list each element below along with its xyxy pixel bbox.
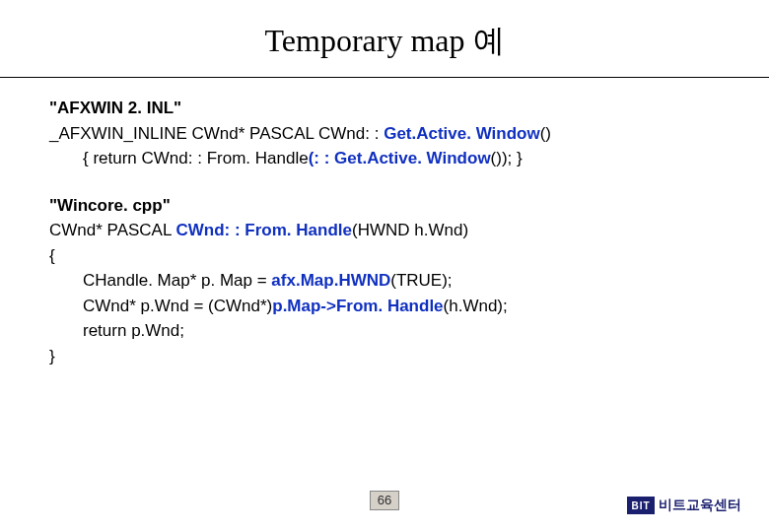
filename-2: "Wincore. cpp" <box>49 193 720 219</box>
code-text: ()); } <box>491 149 523 167</box>
code-text: (TRUE); <box>390 271 452 290</box>
slide-content: "AFXWIN 2. INL" _AFXWIN_INLINE CWnd* PAS… <box>0 78 769 368</box>
code-line-4: { <box>49 243 720 269</box>
code-highlight: CWnd: : From. Handle <box>176 221 352 239</box>
code-text: { return CWnd: : From. Handle <box>83 149 309 167</box>
code-line-8: } <box>49 344 720 369</box>
code-line-6: CWnd* p.Wnd = (CWnd*)p.Map->From. Handle… <box>49 294 720 319</box>
code-text: CWnd* p.Wnd = (CWnd*) <box>83 297 272 315</box>
code-line-5: CHandle. Map* p. Map = afx.Map.HWND(TRUE… <box>49 268 720 294</box>
code-text: (HWND h.Wnd) <box>352 221 468 239</box>
code-line-7: return p.Wnd; <box>49 318 720 344</box>
logo-text: 비트교육센터 <box>659 497 741 514</box>
code-highlight: afx.Map.HWND <box>271 271 390 290</box>
code-highlight: p.Map->From. Handle <box>272 297 443 315</box>
code-line-3: CWnd* PASCAL CWnd: : From. Handle(HWND h… <box>49 218 720 243</box>
code-highlight: Get.Active. Window <box>384 124 540 143</box>
code-text: (h.Wnd); <box>444 297 508 315</box>
filename-1: "AFXWIN 2. INL" <box>49 96 720 121</box>
code-highlight: (: : Get.Active. Window <box>309 149 491 167</box>
slide-title: Temporary map 예 <box>0 0 769 77</box>
page-number: 66 <box>370 491 399 510</box>
code-text: () <box>540 124 551 143</box>
code-line-1: _AFXWIN_INLINE CWnd* PASCAL CWnd: : Get.… <box>49 121 720 147</box>
code-text: CWnd* PASCAL <box>49 221 176 239</box>
code-text: CHandle. Map* p. Map = <box>83 271 271 290</box>
logo-icon: BIT <box>627 497 655 514</box>
footer-logo: BIT 비트교육센터 <box>627 497 741 514</box>
code-text: _AFXWIN_INLINE CWnd* PASCAL CWnd: : <box>49 124 384 143</box>
code-line-2: { return CWnd: : From. Handle(: : Get.Ac… <box>49 146 720 171</box>
